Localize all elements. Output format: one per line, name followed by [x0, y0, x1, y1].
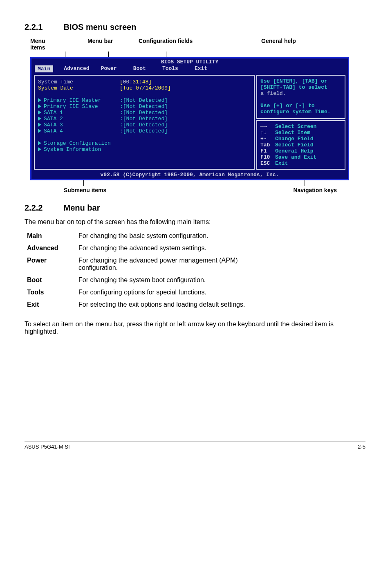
heading-num: 2.2.1: [25, 22, 61, 32]
row-system-info[interactable]: System Information: [38, 146, 251, 153]
diagram-bottom-ticks: [30, 180, 365, 186]
row-system-time[interactable]: System Time [00:31:48]: [38, 79, 251, 85]
heading-num: 2.2.2: [25, 203, 61, 213]
nav-keys-box: ←→Select Screen ↑↓Select Item +-Change F…: [256, 120, 345, 170]
def-row-exit: ExitFor selecting the exit options and l…: [26, 298, 272, 311]
section-heading-222: 2.2.2 Menu bar: [25, 203, 365, 213]
row-sata3[interactable]: SATA 3:[Not Detected]: [38, 122, 251, 128]
row-sata4[interactable]: SATA 4:[Not Detected]: [38, 128, 251, 134]
triangle-icon: [38, 117, 41, 121]
row-sata2[interactable]: SATA 2:[Not Detected]: [38, 116, 251, 122]
label-system-time: System Time: [38, 79, 120, 85]
def-row-advanced: AdvancedFor changing the advanced system…: [26, 242, 272, 254]
bios-body: System Time [00:31:48] System Date [Tue …: [31, 73, 348, 171]
section-222-intro: The menu bar on top of the screen has th…: [25, 218, 365, 226]
row-sata1[interactable]: SATA 1:[Not Detected]: [38, 110, 251, 116]
tick-icon: [305, 180, 305, 186]
arrows-ud-icon: ↑↓: [260, 130, 275, 136]
tab-exit[interactable]: Exit: [191, 65, 211, 72]
footer-product: ASUS P5G41-M SI: [25, 444, 70, 450]
label-system-date: System Date: [38, 85, 120, 91]
label-menu-bar: Menu bar: [87, 38, 116, 51]
general-help-box: Use [ENTER], [TAB] or [SHIFT-TAB] to sel…: [256, 75, 345, 119]
label-menu-items: Menu items: [30, 38, 53, 51]
tab-advanced[interactable]: Advanced: [61, 65, 92, 72]
tab-main[interactable]: Main: [35, 65, 53, 72]
def-row-boot: BootFor changing the system boot configu…: [26, 274, 272, 286]
menu-bar-definitions: MainFor changing the basic system config…: [26, 230, 272, 311]
label-nav-keys: Navigation keys: [293, 187, 337, 193]
section-heading-221: 2.2.1 BIOS menu screen: [25, 22, 365, 32]
triangle-icon: [38, 129, 41, 133]
label-general-help: General help: [261, 38, 296, 51]
value-system-date: [Tue 07/14/2009]: [120, 85, 251, 91]
diagram-bottom-labels: Submenu items Navigation keys: [30, 187, 365, 193]
label-config-fields: Configuration fields: [139, 38, 204, 51]
triangle-icon: [38, 141, 41, 145]
bios-screen: BIOS SETUP UTILITY Main Advanced Power B…: [30, 57, 349, 180]
diagram-top-labels: Menu items Menu bar Configuration fields…: [30, 38, 365, 51]
value-system-time: [00:31:48]: [120, 79, 251, 85]
triangle-icon: [38, 98, 41, 102]
def-row-tools: ToolsFor configuring options for special…: [26, 286, 272, 298]
def-row-power: PowerFor changing the advanced power man…: [26, 254, 272, 274]
heading-title: BIOS menu screen: [64, 22, 137, 31]
triangle-icon: [38, 104, 41, 108]
label-submenu-items: Submenu items: [64, 187, 106, 193]
diagram-top-ticks: [30, 52, 365, 57]
row-primary-ide-master[interactable]: Primary IDE Master:[Not Detected]: [38, 97, 251, 103]
tab-tools[interactable]: Tools: [159, 65, 182, 72]
triangle-icon: [38, 110, 41, 114]
arrows-lr-icon: ←→: [260, 123, 275, 130]
footer-page-number: 2-5: [358, 444, 365, 450]
def-row-main: MainFor changing the basic system config…: [26, 230, 272, 242]
tick-icon: [277, 52, 277, 57]
tab-boot[interactable]: Boot: [130, 65, 149, 72]
bios-footer: v02.58 (C)Copyright 1985-2009, American …: [31, 171, 348, 179]
section-222-outro: To select an item on the menu bar, press…: [25, 321, 365, 335]
triangle-icon: [38, 147, 41, 151]
triangle-icon: [38, 123, 41, 127]
heading-title: Menu bar: [64, 203, 100, 212]
row-system-date[interactable]: System Date [Tue 07/14/2009]: [38, 85, 251, 91]
bios-main-panel: System Time [00:31:48] System Date [Tue …: [34, 75, 255, 170]
bios-title: BIOS SETUP UTILITY: [31, 58, 348, 65]
bios-help-panel: Use [ENTER], [TAB] or [SHIFT-TAB] to sel…: [256, 75, 345, 170]
row-primary-ide-slave[interactable]: Primary IDE Slave:[Not Detected]: [38, 103, 251, 110]
tab-power[interactable]: Power: [98, 65, 120, 72]
row-storage-config[interactable]: Storage Configuration: [38, 140, 251, 146]
bios-menubar: Main Advanced Power Boot Tools Exit: [31, 65, 348, 73]
page-footer: ASUS P5G41-M SI 2-5: [25, 442, 365, 450]
